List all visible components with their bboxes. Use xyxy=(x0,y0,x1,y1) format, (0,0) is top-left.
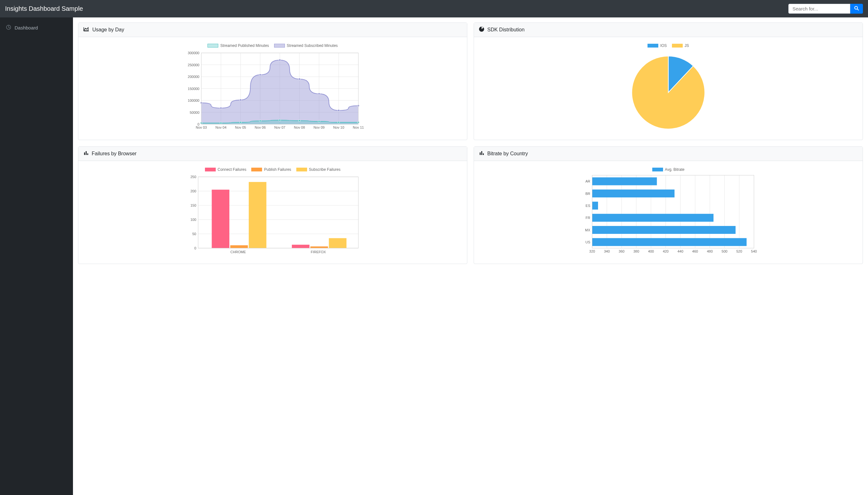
svg-rect-113 xyxy=(592,226,736,234)
area-chart-icon xyxy=(83,27,89,33)
svg-point-38 xyxy=(259,120,261,122)
dashboard-icon xyxy=(6,24,12,31)
svg-text:CHROME: CHROME xyxy=(230,250,246,254)
legend-label: Streamed Published Minutes xyxy=(220,44,269,48)
legend-label: IOS xyxy=(660,44,667,48)
card-title: Failures by Browser xyxy=(92,151,136,156)
svg-text:ES: ES xyxy=(586,204,590,208)
card-title: Usage by Day xyxy=(92,27,124,33)
svg-rect-105 xyxy=(592,177,657,185)
svg-point-33 xyxy=(338,110,340,112)
svg-text:400: 400 xyxy=(648,250,654,253)
main: Usage by Day Streamed Published Minutes … xyxy=(73,17,868,495)
svg-point-39 xyxy=(279,119,281,121)
svg-text:Nov 08: Nov 08 xyxy=(294,125,305,129)
bitrate-legend: Avg. Bitrate xyxy=(479,167,857,172)
svg-line-1 xyxy=(857,9,858,10)
svg-text:Nov 10: Nov 10 xyxy=(333,125,344,129)
usage-chart: 050000100000150000200000250000300000Nov … xyxy=(83,50,462,132)
svg-text:Nov 11: Nov 11 xyxy=(353,125,364,129)
svg-text:Nov 05: Nov 05 xyxy=(235,125,246,129)
svg-text:500: 500 xyxy=(722,250,727,253)
svg-point-42 xyxy=(338,121,340,123)
sidebar-item-label: Dashboard xyxy=(15,25,38,30)
failures-chart: 050100150200250CHROMEFIREFOX xyxy=(83,174,462,256)
card-bitrate: Bitrate by Country Avg. Bitrate 32034036… xyxy=(474,147,863,264)
svg-rect-78 xyxy=(480,152,481,155)
svg-point-37 xyxy=(240,121,242,123)
sidebar-item-dashboard[interactable]: Dashboard xyxy=(0,21,73,34)
svg-rect-117 xyxy=(592,175,754,248)
svg-rect-74 xyxy=(310,246,328,248)
svg-text:540: 540 xyxy=(751,250,757,253)
svg-text:440: 440 xyxy=(678,250,683,253)
search-wrap xyxy=(788,4,863,14)
card-title: Bitrate by Country xyxy=(487,151,528,156)
card-header-bitrate: Bitrate by Country xyxy=(474,147,863,161)
svg-rect-55 xyxy=(86,151,87,155)
svg-text:Nov 07: Nov 07 xyxy=(275,125,285,129)
legend-label: Subscribe Failures xyxy=(309,167,340,172)
svg-rect-71 xyxy=(249,182,266,248)
svg-text:50: 50 xyxy=(192,232,196,236)
svg-text:340: 340 xyxy=(604,250,610,253)
svg-point-27 xyxy=(220,107,222,109)
svg-text:100: 100 xyxy=(190,218,196,222)
svg-rect-109 xyxy=(592,202,598,209)
svg-text:420: 420 xyxy=(663,250,669,253)
search-icon xyxy=(854,6,859,12)
svg-text:FIREFOX: FIREFOX xyxy=(311,250,326,254)
card-header-usage: Usage by Day xyxy=(78,23,467,37)
svg-rect-56 xyxy=(87,153,88,155)
svg-rect-75 xyxy=(329,238,347,249)
svg-rect-70 xyxy=(230,245,248,248)
pie-chart-icon xyxy=(479,27,484,33)
bar-chart-icon xyxy=(479,151,484,157)
svg-point-36 xyxy=(220,122,222,124)
svg-point-32 xyxy=(318,93,320,95)
svg-text:50000: 50000 xyxy=(190,110,199,115)
svg-rect-69 xyxy=(212,190,229,249)
svg-text:250000: 250000 xyxy=(188,63,199,67)
svg-rect-111 xyxy=(592,214,714,222)
legend-label: Avg. Bitrate xyxy=(665,167,685,172)
svg-text:100000: 100000 xyxy=(188,99,199,102)
failures-legend: Connect Failures Publish Failures Subscr… xyxy=(83,167,462,172)
svg-text:360: 360 xyxy=(619,250,624,253)
svg-text:520: 520 xyxy=(736,250,742,253)
svg-rect-54 xyxy=(84,152,85,155)
svg-rect-80 xyxy=(483,153,484,155)
app-title: Insights Dashboard Sample xyxy=(5,5,83,12)
svg-point-40 xyxy=(298,120,300,122)
svg-text:460: 460 xyxy=(692,250,698,253)
svg-rect-73 xyxy=(292,245,310,248)
card-title: SDK Distribution xyxy=(487,27,524,33)
svg-point-29 xyxy=(259,74,261,76)
svg-text:380: 380 xyxy=(633,250,639,253)
svg-text:300000: 300000 xyxy=(188,51,199,55)
svg-text:BR: BR xyxy=(585,192,590,195)
svg-text:MX: MX xyxy=(585,228,590,232)
svg-point-41 xyxy=(318,120,320,122)
svg-rect-79 xyxy=(481,151,482,155)
search-button[interactable] xyxy=(850,4,863,14)
card-header-failures: Failures by Browser xyxy=(78,147,467,161)
svg-rect-115 xyxy=(592,238,747,246)
navbar: Insights Dashboard Sample xyxy=(0,0,868,17)
svg-text:200: 200 xyxy=(190,189,196,193)
svg-text:Nov 04: Nov 04 xyxy=(215,125,227,129)
sdk-legend: IOS JS xyxy=(479,44,857,48)
sidebar: Dashboard xyxy=(0,17,73,495)
card-usage: Usage by Day Streamed Published Minutes … xyxy=(78,22,467,140)
svg-text:AR: AR xyxy=(585,180,590,183)
svg-point-30 xyxy=(279,59,281,61)
svg-text:US: US xyxy=(585,240,590,244)
usage-legend: Streamed Published Minutes Streamed Subs… xyxy=(83,44,462,48)
svg-text:320: 320 xyxy=(589,250,595,253)
card-header-sdk: SDK Distribution xyxy=(474,23,863,37)
bar-chart-icon xyxy=(83,151,88,157)
card-failures: Failures by Browser Connect Failures Pub… xyxy=(78,147,467,264)
search-input[interactable] xyxy=(788,4,850,14)
svg-text:150000: 150000 xyxy=(188,87,199,91)
card-sdk: SDK Distribution IOS JS xyxy=(474,22,863,140)
